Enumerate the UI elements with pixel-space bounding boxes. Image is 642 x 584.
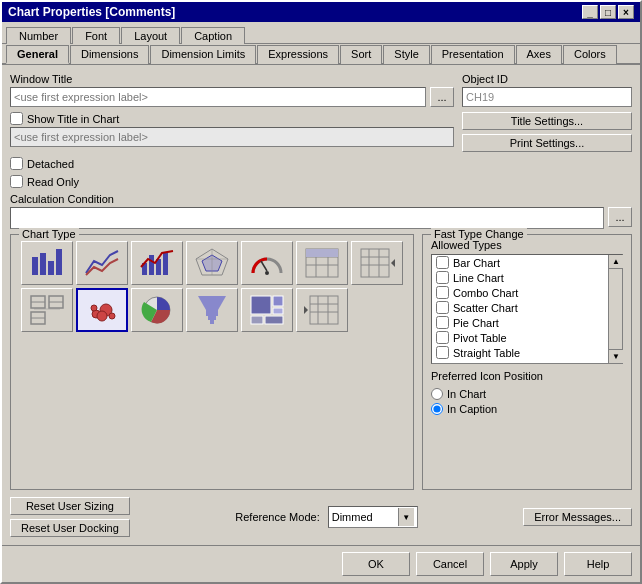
svg-rect-3: [56, 249, 62, 275]
svg-rect-0: [32, 257, 38, 275]
object-id-input[interactable]: CH19: [462, 87, 632, 107]
line-chart-label: Line Chart: [453, 272, 504, 284]
svg-point-34: [91, 305, 97, 311]
ok-button[interactable]: OK: [342, 552, 410, 576]
chart-type-group: Chart Type: [10, 234, 414, 490]
pivot-right-icon[interactable]: [351, 241, 403, 285]
chart-type-label: Chart Type: [19, 228, 79, 240]
detached-checkbox[interactable]: [10, 157, 23, 170]
combo-chart-checkbox[interactable]: [436, 286, 449, 299]
treemap-chart-icon[interactable]: [241, 288, 293, 332]
title-input[interactable]: [10, 127, 454, 147]
svg-rect-41: [208, 316, 216, 320]
scatter-chart-icon[interactable]: [21, 288, 73, 332]
help-button[interactable]: Help: [564, 552, 632, 576]
svg-rect-19: [306, 249, 338, 257]
pivot-left-icon[interactable]: [296, 288, 348, 332]
reset-user-docking-button[interactable]: Reset User Docking: [10, 519, 130, 537]
title-bar: Chart Properties [Comments] _ □ ×: [2, 2, 640, 22]
bar-chart-icon[interactable]: [21, 241, 73, 285]
radio-in-caption[interactable]: [431, 403, 443, 415]
tab-style[interactable]: Style: [383, 45, 429, 64]
tab-caption[interactable]: Caption: [181, 27, 245, 44]
show-title-row: Show Title in Chart: [10, 112, 454, 125]
bubble-chart-icon[interactable]: [76, 288, 128, 332]
tab-sort[interactable]: Sort: [340, 45, 382, 64]
fast-type-change-group: Fast Type Change Allowed Types Bar Chart: [422, 234, 632, 490]
pivot-table-checkbox[interactable]: [436, 331, 449, 344]
listbox-item-line[interactable]: Line Chart: [432, 270, 608, 285]
gauge-chart-icon[interactable]: [241, 241, 293, 285]
line-chart-icon[interactable]: [76, 241, 128, 285]
combo-chart-label: Combo Chart: [453, 287, 518, 299]
tab-layout[interactable]: Layout: [121, 27, 180, 44]
pie-chart-checkbox[interactable]: [436, 316, 449, 329]
svg-rect-45: [273, 308, 283, 314]
radar-chart-icon[interactable]: [186, 241, 238, 285]
window-title-label: Window Title: [10, 73, 72, 85]
tab-font[interactable]: Font: [72, 27, 120, 44]
apply-button[interactable]: Apply: [490, 552, 558, 576]
table-chart-icon[interactable]: [296, 241, 348, 285]
print-settings-button[interactable]: Print Settings...: [462, 134, 632, 152]
bar-chart-checkbox[interactable]: [436, 256, 449, 269]
window-title-input[interactable]: [10, 87, 426, 107]
listbox-item-bar[interactable]: Bar Chart: [432, 255, 608, 270]
combo-chart-icon[interactable]: [131, 241, 183, 285]
funnel-chart-icon[interactable]: [186, 288, 238, 332]
read-only-row: Read Only: [10, 175, 632, 188]
svg-rect-44: [273, 296, 283, 306]
tab-colors[interactable]: Colors: [563, 45, 617, 64]
tab-number[interactable]: Number: [6, 27, 71, 44]
reset-user-sizing-button[interactable]: Reset User Sizing: [10, 497, 130, 515]
window-title: Chart Properties [Comments]: [8, 5, 175, 19]
straight-table-label: Straight Table: [453, 347, 520, 359]
allowed-types-listbox: Bar Chart Line Chart Combo Chart: [431, 254, 623, 364]
read-only-label: Read Only: [27, 176, 79, 188]
detached-label: Detached: [27, 158, 74, 170]
reference-mode-dropdown-arrow[interactable]: ▼: [398, 508, 414, 526]
show-title-label: Show Title in Chart: [27, 113, 119, 125]
svg-line-13: [261, 261, 267, 271]
line-chart-checkbox[interactable]: [436, 271, 449, 284]
calc-condition-section: Calculation Condition ...: [10, 193, 632, 229]
title-settings-button[interactable]: Title Settings...: [462, 112, 632, 130]
svg-rect-1: [40, 253, 46, 275]
listbox-item-combo[interactable]: Combo Chart: [432, 285, 608, 300]
listbox-item-pivot[interactable]: Pivot Table: [432, 330, 608, 345]
svg-rect-48: [310, 296, 338, 324]
show-title-checkbox[interactable]: [10, 112, 23, 125]
pie-chart-icon[interactable]: [131, 288, 183, 332]
close-button[interactable]: ×: [618, 5, 634, 19]
read-only-checkbox[interactable]: [10, 175, 23, 188]
listbox-item-scatter[interactable]: Scatter Chart: [432, 300, 608, 315]
tab-axes[interactable]: Axes: [516, 45, 562, 64]
straight-table-checkbox[interactable]: [436, 346, 449, 359]
tab-expressions[interactable]: Expressions: [257, 45, 339, 64]
scatter-chart-checkbox[interactable]: [436, 301, 449, 314]
calc-condition-label: Calculation Condition: [10, 193, 114, 205]
tab-dimension-limits[interactable]: Dimension Limits: [150, 45, 256, 64]
tab-dimensions[interactable]: Dimensions: [70, 45, 149, 64]
bar-chart-label: Bar Chart: [453, 257, 500, 269]
error-messages-button[interactable]: Error Messages...: [523, 508, 632, 526]
reference-mode-label: Reference Mode:: [235, 511, 319, 523]
svg-rect-46: [251, 316, 263, 324]
tab-presentation[interactable]: Presentation: [431, 45, 515, 64]
listbox-item-straight[interactable]: Straight Table: [432, 345, 608, 360]
minimize-button[interactable]: _: [582, 5, 598, 19]
window-title-browse-btn[interactable]: ...: [430, 87, 454, 107]
listbox-scrollbar[interactable]: ▲ ▼: [608, 255, 622, 363]
svg-rect-43: [251, 296, 271, 314]
radio-in-chart[interactable]: [431, 388, 443, 400]
reference-mode-select[interactable]: Dimmed ▼: [328, 506, 418, 528]
calc-condition-browse-btn[interactable]: ...: [608, 207, 632, 227]
svg-marker-53: [304, 306, 308, 314]
maximize-button[interactable]: □: [600, 5, 616, 19]
tab-general[interactable]: General: [6, 45, 69, 64]
listbox-item-pie[interactable]: Pie Chart: [432, 315, 608, 330]
pie-chart-label: Pie Chart: [453, 317, 499, 329]
preferred-icon-label: Preferred Icon Position: [431, 370, 543, 382]
cancel-button[interactable]: Cancel: [416, 552, 484, 576]
svg-point-36: [109, 313, 115, 319]
